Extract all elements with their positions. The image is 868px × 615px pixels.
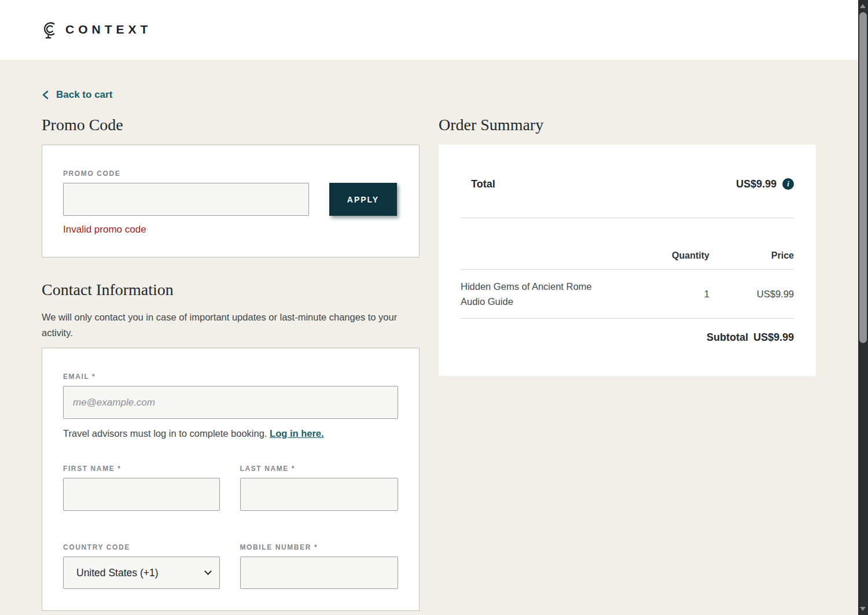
subtotal-label: Subtotal [707, 332, 748, 344]
order-item-row: Hidden Gems of Ancient Rome Audio Guide … [461, 270, 794, 318]
promo-code-input[interactable] [63, 183, 309, 216]
first-name-label: FIRST NAME * [63, 465, 220, 473]
last-name-label: LAST NAME * [240, 465, 399, 473]
phone-fields-row: COUNTRY CODE United States (+1) MOBILE N… [63, 543, 398, 589]
scroll-up-arrow-icon[interactable] [860, 4, 866, 8]
country-code-select-wrap: United States (+1) [63, 557, 220, 589]
checkout-page: CONTEXT Back to cart Promo Code PROMO CO… [0, 0, 868, 615]
order-summary-title: Order Summary [439, 116, 816, 134]
email-field[interactable] [63, 386, 398, 419]
order-summary-column: Order Summary Total US$9.99 i Quantity P… [439, 81, 816, 376]
promo-code-card: PROMO CODE APPLY Invalid promo code [42, 145, 420, 257]
vertical-scrollbar[interactable] [858, 0, 868, 615]
brand-logo[interactable]: CONTEXT [41, 20, 152, 39]
first-name-group: FIRST NAME * [63, 465, 220, 511]
contact-description: We will only contact you in case of impo… [42, 310, 418, 341]
brand-wordmark: CONTEXT [65, 23, 152, 36]
quantity-column-header: Quantity [628, 251, 709, 261]
checkout-left-column: Back to cart Promo Code PROMO CODE APPLY… [42, 81, 420, 611]
contact-info-card: EMAIL * Travel advisors must log in to c… [42, 348, 420, 611]
total-value: US$9.99 [736, 178, 777, 190]
price-column-header: Price [709, 251, 794, 261]
order-item-price: US$9.99 [709, 289, 794, 300]
total-label: Total [471, 178, 495, 190]
back-to-cart-link[interactable]: Back to cart [42, 88, 112, 102]
order-summary-card: Total US$9.99 i Quantity Price Hidden Ge… [439, 145, 816, 376]
login-link[interactable]: Log in here. [270, 428, 324, 439]
apply-button[interactable]: APPLY [329, 183, 397, 216]
total-value-group: US$9.99 i [736, 178, 794, 190]
country-code-label: COUNTRY CODE [63, 543, 220, 551]
chevron-left-icon [42, 90, 49, 100]
promo-error-message: Invalid promo code [63, 224, 398, 235]
item-column-header [461, 251, 628, 261]
scrollbar-thumb[interactable] [859, 12, 867, 343]
back-to-cart-label: Back to cart [56, 89, 112, 101]
total-row: Total US$9.99 i [461, 177, 794, 191]
country-code-group: COUNTRY CODE United States (+1) [63, 543, 220, 589]
email-label: EMAIL * [63, 373, 398, 381]
country-code-select[interactable]: United States (+1) [63, 557, 220, 589]
subtotal-value: US$9.99 [753, 332, 794, 344]
advisor-note-text: Travel advisors must log in to complete … [63, 428, 267, 439]
order-item-quantity: 1 [628, 289, 709, 300]
advisor-note: Travel advisors must log in to complete … [63, 426, 398, 440]
subtotal-row: Subtotal US$9.99 [461, 332, 794, 344]
first-name-field[interactable] [63, 478, 220, 511]
mobile-number-label: MOBILE NUMBER * [240, 543, 399, 551]
promo-code-label: PROMO CODE [63, 170, 398, 178]
divider [461, 218, 794, 218]
last-name-group: LAST NAME * [240, 465, 399, 511]
info-icon[interactable]: i [782, 178, 794, 190]
promo-section-title: Promo Code [42, 116, 420, 134]
scroll-down-arrow-icon[interactable] [860, 607, 866, 611]
name-fields-row: FIRST NAME * LAST NAME * [63, 465, 398, 511]
globe-logo-icon [41, 20, 58, 39]
site-header: CONTEXT [0, 0, 858, 60]
promo-input-row: APPLY [63, 183, 398, 216]
mobile-number-group: MOBILE NUMBER * [240, 543, 399, 589]
divider [461, 318, 794, 319]
order-item-name: Hidden Gems of Ancient Rome Audio Guide [461, 279, 628, 309]
last-name-field[interactable] [240, 478, 399, 511]
mobile-number-field[interactable] [240, 557, 399, 589]
order-table-header: Quantity Price [461, 251, 794, 261]
contact-section-title: Contact Information [42, 281, 420, 299]
